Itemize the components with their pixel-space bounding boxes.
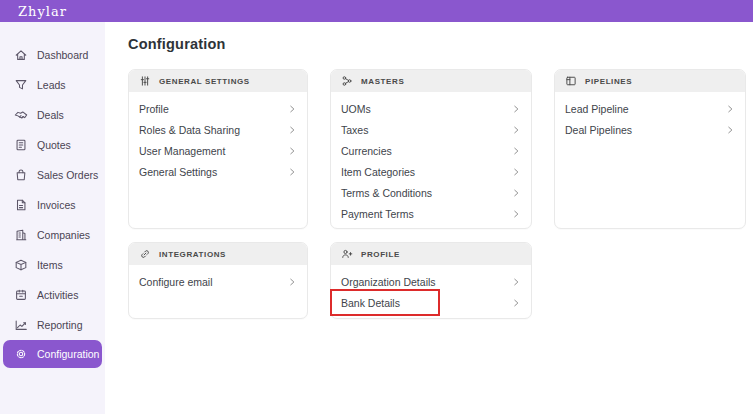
sidebar: Dashboard Leads Deals Quotes Sales Order bbox=[0, 22, 105, 414]
gear-icon bbox=[13, 347, 28, 362]
sidebar-item-dashboard[interactable]: Dashboard bbox=[0, 40, 105, 70]
home-icon bbox=[13, 48, 28, 63]
link-uoms[interactable]: UOMs bbox=[341, 98, 521, 119]
calendar-icon bbox=[13, 288, 28, 303]
link-currencies[interactable]: Currencies bbox=[341, 140, 521, 161]
card-header-profile: PROFILE bbox=[331, 243, 531, 265]
file-icon bbox=[13, 198, 28, 213]
sidebar-item-invoices[interactable]: Invoices bbox=[0, 190, 105, 220]
link-label: Payment Terms bbox=[341, 208, 414, 220]
chevron-right-icon bbox=[286, 276, 297, 287]
link-organization-details[interactable]: Organization Details bbox=[341, 271, 521, 292]
package-icon bbox=[13, 258, 28, 273]
card-body: UOMs Taxes Currencies Item Categories bbox=[331, 92, 531, 224]
building-icon bbox=[13, 228, 28, 243]
page-title: Configuration bbox=[128, 36, 753, 52]
card-masters: MASTERS UOMs Taxes Currencies bbox=[330, 69, 532, 229]
link-bank-details[interactable]: Bank Details bbox=[341, 292, 521, 313]
sidebar-item-label: Sales Orders bbox=[37, 169, 98, 181]
sidebar-item-label: Companies bbox=[37, 229, 90, 241]
chevron-right-icon bbox=[510, 103, 521, 114]
sidebar-item-label: Invoices bbox=[37, 199, 76, 211]
sidebar-item-reporting[interactable]: Reporting bbox=[0, 310, 105, 340]
user-plus-icon bbox=[341, 248, 353, 260]
link-label: User Management bbox=[139, 145, 225, 157]
chart-line-icon bbox=[13, 318, 28, 333]
chevron-right-icon bbox=[286, 124, 297, 135]
sidebar-item-label: Deals bbox=[37, 109, 64, 121]
shopping-bag-icon bbox=[13, 168, 28, 183]
chevron-right-icon bbox=[510, 297, 521, 308]
link-label: Profile bbox=[139, 103, 169, 115]
funnel-icon bbox=[13, 78, 28, 93]
link-label: Deal Pipelines bbox=[565, 124, 632, 136]
kanban-icon bbox=[565, 75, 577, 87]
sidebar-item-quotes[interactable]: Quotes bbox=[0, 130, 105, 160]
link-label: Roles & Data Sharing bbox=[139, 124, 240, 136]
sidebar-item-label: Configuration bbox=[37, 348, 99, 360]
link-label: Configure email bbox=[139, 276, 213, 288]
link-label: Item Categories bbox=[341, 166, 415, 178]
handshake-icon bbox=[13, 108, 28, 123]
link-general-settings[interactable]: General Settings bbox=[139, 161, 297, 182]
app-window: Zhylar Dashboard Leads Deals Quotes bbox=[0, 0, 753, 414]
brand-logo: Zhylar bbox=[18, 4, 67, 19]
chevron-right-icon bbox=[724, 103, 735, 114]
card-header-general-settings: GENERAL SETTINGS bbox=[129, 70, 307, 92]
link-label: General Settings bbox=[139, 166, 217, 178]
link-lead-pipeline[interactable]: Lead Pipeline bbox=[565, 98, 735, 119]
card-pipelines: PIPELINES Lead Pipeline Deal Pipelines bbox=[554, 69, 746, 229]
chevron-right-icon bbox=[510, 187, 521, 198]
link-label: Currencies bbox=[341, 145, 392, 157]
chevron-right-icon bbox=[510, 145, 521, 156]
link-profile[interactable]: Profile bbox=[139, 98, 297, 119]
link-item-categories[interactable]: Item Categories bbox=[341, 161, 521, 182]
sidebar-item-sales-orders[interactable]: Sales Orders bbox=[0, 160, 105, 190]
link-label: Bank Details bbox=[341, 297, 400, 309]
link-terms-conditions[interactable]: Terms & Conditions bbox=[341, 182, 521, 203]
card-header-masters: MASTERS bbox=[331, 70, 531, 92]
sidebar-item-label: Activities bbox=[37, 289, 78, 301]
card-body: Configure email bbox=[129, 265, 307, 292]
link-deal-pipelines[interactable]: Deal Pipelines bbox=[565, 119, 735, 140]
card-integrations: INTEGRATIONS Configure email bbox=[128, 242, 308, 319]
card-general-settings: GENERAL SETTINGS Profile Roles & Data Sh… bbox=[128, 69, 308, 229]
sidebar-item-companies[interactable]: Companies bbox=[0, 220, 105, 250]
sidebar-item-activities[interactable]: Activities bbox=[0, 280, 105, 310]
sidebar-item-leads[interactable]: Leads bbox=[0, 70, 105, 100]
sidebar-item-deals[interactable]: Deals bbox=[0, 100, 105, 130]
nodes-icon bbox=[341, 75, 353, 87]
chevron-right-icon bbox=[510, 276, 521, 287]
chevron-right-icon bbox=[510, 166, 521, 177]
card-body: Profile Roles & Data Sharing User Manage… bbox=[129, 92, 307, 182]
topbar: Zhylar bbox=[0, 0, 753, 22]
link-label: Terms & Conditions bbox=[341, 187, 432, 199]
card-header-pipelines: PIPELINES bbox=[555, 70, 745, 92]
sidebar-item-label: Dashboard bbox=[37, 49, 88, 61]
link-label: UOMs bbox=[341, 103, 371, 115]
link-taxes[interactable]: Taxes bbox=[341, 119, 521, 140]
card-title: PIPELINES bbox=[585, 77, 632, 86]
main-content: Configuration GENERAL SETTINGS Profile bbox=[105, 22, 753, 414]
card-title: INTEGRATIONS bbox=[159, 250, 226, 259]
card-header-integrations: INTEGRATIONS bbox=[129, 243, 307, 265]
chevron-right-icon bbox=[510, 124, 521, 135]
link-user-management[interactable]: User Management bbox=[139, 140, 297, 161]
link-payment-terms[interactable]: Payment Terms bbox=[341, 203, 521, 224]
link-label: Lead Pipeline bbox=[565, 103, 629, 115]
sidebar-item-label: Reporting bbox=[37, 319, 83, 331]
config-cards-grid: GENERAL SETTINGS Profile Roles & Data Sh… bbox=[128, 69, 753, 319]
chevron-right-icon bbox=[286, 145, 297, 156]
sidebar-item-items[interactable]: Items bbox=[0, 250, 105, 280]
chevron-right-icon bbox=[286, 166, 297, 177]
sidebar-item-configuration[interactable]: Configuration bbox=[3, 340, 102, 368]
card-title: GENERAL SETTINGS bbox=[159, 77, 250, 86]
link-roles-data-sharing[interactable]: Roles & Data Sharing bbox=[139, 119, 297, 140]
sidebar-item-label: Leads bbox=[37, 79, 66, 91]
link-configure-email[interactable]: Configure email bbox=[139, 271, 297, 292]
sliders-icon bbox=[139, 75, 151, 87]
card-body: Lead Pipeline Deal Pipelines bbox=[555, 92, 745, 140]
chevron-right-icon bbox=[724, 124, 735, 135]
file-text-icon bbox=[13, 138, 28, 153]
link-label: Taxes bbox=[341, 124, 368, 136]
